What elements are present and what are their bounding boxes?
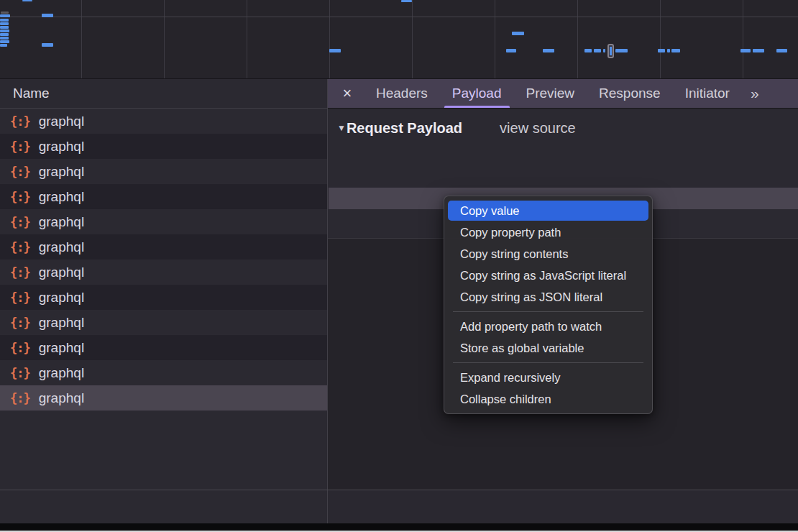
- section-disclosure-icon: ▼: [337, 123, 346, 133]
- json-braces-icon: {:}: [10, 265, 30, 280]
- request-row[interactable]: {:}graphql: [0, 385, 327, 411]
- grid-line: [577, 0, 578, 78]
- waterfall-bar: [401, 0, 412, 2]
- request-row[interactable]: {:}graphql: [0, 234, 327, 260]
- request-row[interactable]: {:}graphql: [0, 184, 327, 209]
- waterfall-bar: [753, 49, 764, 52]
- menu-item-copy-string-contents[interactable]: Copy string contents: [444, 243, 652, 265]
- request-row[interactable]: {:}graphql: [0, 134, 327, 159]
- json-braces-icon: {:}: [10, 316, 30, 330]
- request-row[interactable]: {:}graphql: [0, 109, 327, 134]
- request-name: graphql: [39, 114, 84, 129]
- waterfall-bar: [740, 49, 751, 52]
- grid-line: [247, 0, 247, 78]
- request-row[interactable]: {:}graphql: [0, 209, 327, 234]
- json-braces-icon: {:}: [10, 366, 30, 380]
- json-braces-icon: {:}: [10, 341, 30, 355]
- requests-panel: Name {:}graphql{:}graphql{:}graphql{:}gr…: [0, 79, 327, 490]
- json-braces-icon: {:}: [10, 114, 30, 129]
- grid-line: [412, 0, 413, 78]
- waterfall-bar: [584, 49, 592, 52]
- json-braces-icon: {:}: [10, 215, 30, 229]
- request-name: graphql: [39, 239, 84, 255]
- waterfall-bar: [594, 49, 601, 52]
- tab-initiator[interactable]: Initiator: [673, 79, 742, 108]
- request-name: graphql: [39, 214, 84, 230]
- more-tabs-icon[interactable]: »: [751, 85, 757, 102]
- payload-root-row[interactable]: ▼ {operationName: "ipFlowTimeseries", va…: [328, 146, 798, 167]
- network-overview-waterfall[interactable]: [0, 0, 798, 79]
- waterfall-bar: [1, 12, 9, 14]
- waterfall-bar: [506, 49, 516, 52]
- waterfall-bar: [615, 49, 628, 52]
- footer-strip: [0, 490, 798, 523]
- waterfall-bar: [42, 43, 53, 47]
- waterfall-bar: [0, 33, 9, 36]
- menu-item-expand-recursively[interactable]: Expand recursively: [444, 367, 652, 388]
- waterfall-bar: [667, 49, 670, 52]
- waterfall-bar: [0, 44, 7, 47]
- request-payload-section[interactable]: ▼ Request Payload view source: [337, 117, 576, 139]
- menu-item-store-as-global-variable[interactable]: Store as global variable: [444, 337, 652, 359]
- menu-item-add-property-path-to-watch[interactable]: Add property path to watch: [444, 316, 652, 337]
- bottom-black-bar: [0, 523, 798, 531]
- waterfall-bar: [776, 49, 787, 52]
- section-title: Request Payload: [347, 120, 462, 137]
- menu-separator: [453, 311, 643, 312]
- request-row[interactable]: {:}graphql: [0, 310, 327, 335]
- waterfall-bar: [42, 14, 53, 17]
- view-source-link[interactable]: view source: [500, 120, 576, 137]
- request-row[interactable]: {:}graphql: [0, 335, 327, 360]
- waterfall-bar: [329, 49, 341, 52]
- waterfall-bar: [22, 0, 32, 1]
- request-name: graphql: [39, 139, 84, 155]
- request-name: graphql: [39, 340, 84, 356]
- request-name: graphql: [39, 290, 84, 306]
- menu-item-copy-property-path[interactable]: Copy property path: [444, 221, 652, 243]
- request-row[interactable]: {:}graphql: [0, 360, 327, 385]
- waterfall-bar: [0, 29, 9, 32]
- json-braces-icon: {:}: [10, 240, 30, 254]
- request-name: graphql: [39, 164, 84, 180]
- request-row[interactable]: {:}graphql: [0, 260, 327, 285]
- menu-item-copy-value[interactable]: Copy value: [448, 201, 648, 221]
- request-row[interactable]: {:}graphql: [0, 159, 327, 184]
- waterfall-bar: [603, 49, 605, 52]
- menu-item-collapse-children[interactable]: Collapse children: [444, 388, 652, 410]
- waterfall-bar: [0, 40, 9, 43]
- tab-preview[interactable]: Preview: [514, 79, 587, 108]
- waterfall-bar: [543, 49, 554, 52]
- request-name: graphql: [39, 365, 84, 381]
- waterfall-bar: [0, 26, 9, 29]
- grid-line: [81, 0, 82, 78]
- waterfall-bar: [658, 49, 665, 52]
- grid-line-horizontal: [0, 17, 798, 17]
- menu-separator: [453, 362, 643, 363]
- column-header-name[interactable]: Name: [0, 79, 327, 109]
- tab-headers[interactable]: Headers: [364, 79, 440, 108]
- tab-payload[interactable]: Payload: [440, 79, 514, 108]
- close-icon[interactable]: ×: [336, 80, 358, 107]
- tab-response[interactable]: Response: [587, 79, 673, 108]
- payload-operationname-row[interactable]: operationName: "ipFlowTimeseries": [328, 167, 798, 188]
- menu-item-copy-string-as-json-literal[interactable]: Copy string as JSON literal: [444, 286, 652, 308]
- waterfall-bar: [0, 19, 9, 22]
- waterfall-bar: [512, 32, 524, 35]
- menu-item-copy-string-as-javascript-literal[interactable]: Copy string as JavaScript literal: [444, 265, 652, 286]
- json-braces-icon: {:}: [10, 391, 30, 405]
- json-braces-icon: {:}: [10, 139, 30, 154]
- json-braces-icon: {:}: [10, 290, 30, 305]
- request-name: graphql: [39, 315, 84, 331]
- waterfall-bar: [0, 22, 9, 25]
- request-row[interactable]: {:}graphql: [0, 285, 327, 310]
- waterfall-bar: [0, 14, 10, 17]
- waterfall-selection-marker[interactable]: [607, 44, 614, 58]
- request-list: {:}graphql{:}graphql{:}graphql{:}graphql…: [0, 109, 327, 411]
- request-name: graphql: [39, 189, 84, 205]
- detail-tab-bar: × HeadersPayloadPreviewResponseInitiator…: [328, 79, 798, 109]
- json-braces-icon: {:}: [10, 190, 30, 204]
- waterfall-bar: [0, 37, 9, 40]
- request-name: graphql: [39, 390, 84, 406]
- json-braces-icon: {:}: [10, 165, 30, 179]
- grid-line: [164, 0, 165, 78]
